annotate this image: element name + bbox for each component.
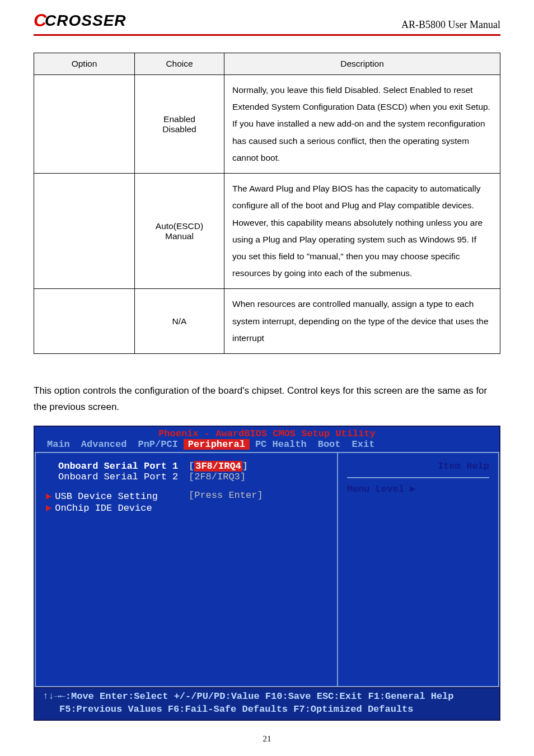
- bios-item-ide[interactable]: ▶OnChip IDE Device: [46, 502, 337, 514]
- bios-item-value: [3F8/IRQ4]: [189, 461, 248, 472]
- choice-value: Auto(ESCD): [156, 221, 203, 231]
- menu-level-label: Menu Level ▶: [347, 477, 489, 494]
- submenu-arrow-icon: ▶: [46, 491, 51, 502]
- bios-selected-value: 3F8/IRQ4: [194, 461, 242, 472]
- options-table: Option Choice Description Enabled Disabl…: [34, 53, 500, 354]
- bracket-open: [: [189, 461, 194, 472]
- cell-option: [34, 174, 135, 289]
- cell-choice: N/A: [135, 289, 224, 354]
- logo-text: CROSSER: [45, 12, 126, 30]
- bios-menu-pchealth[interactable]: PC Health: [250, 439, 312, 450]
- table-row: Enabled Disabled Normally, you leave thi…: [34, 75, 500, 174]
- table-row: N/A When resources are controlled manual…: [34, 289, 500, 354]
- bios-left-pane: Onboard Serial Port 1 [3F8/IRQ4] Onboard…: [35, 452, 337, 687]
- bios-item-usb[interactable]: ▶USB Device Setting [Press Enter]: [46, 490, 337, 502]
- bios-item-label: Onboard Serial Port 2: [46, 472, 189, 482]
- bracket-close: ]: [242, 461, 248, 472]
- cell-description: The Award Plug and Play BIOS has the cap…: [224, 174, 500, 289]
- col-choice: Choice: [135, 53, 224, 75]
- bios-menu-main[interactable]: Main: [41, 439, 76, 450]
- bios-item-serial2[interactable]: Onboard Serial Port 2 [2F8/IRQ3]: [46, 472, 337, 482]
- cell-option: [34, 289, 135, 354]
- bios-footer-line2: F5:Previous Values F6:Fail-Safe Defaults…: [43, 703, 491, 716]
- bios-menu-advanced[interactable]: Advanced: [76, 439, 133, 450]
- bios-menu-boot[interactable]: Boot: [312, 439, 346, 450]
- item-help-label: Item Help: [347, 461, 489, 472]
- page-number: 21: [34, 734, 500, 744]
- document-title: AR-B5800 User Manual: [401, 19, 500, 31]
- bios-item-label: OnChip IDE Device: [55, 503, 152, 514]
- cell-choice: Enabled Disabled: [135, 75, 224, 174]
- col-description: Description: [224, 53, 500, 75]
- bios-screenshot: Phoenix - AwardBIOS CMOS Setup Utility M…: [34, 426, 500, 721]
- cell-choice: Auto(ESCD) Manual: [135, 174, 224, 289]
- choice-value: Disabled: [162, 124, 196, 134]
- bios-item-serial1[interactable]: Onboard Serial Port 1 [3F8/IRQ4]: [46, 461, 337, 472]
- logo: C CROSSER: [34, 10, 127, 31]
- col-option: Option: [34, 53, 135, 75]
- cell-description: Normally, you leave this field Disabled.…: [224, 75, 500, 174]
- bios-item-label: USB Device Setting: [55, 491, 158, 502]
- choice-value: N/A: [172, 316, 187, 326]
- bios-help-pane: Item Help Menu Level ▶: [337, 452, 499, 687]
- cell-description: When resources are controlled manually, …: [224, 289, 500, 354]
- choice-value: Manual: [165, 231, 194, 241]
- submenu-arrow-icon: ▶: [46, 503, 51, 514]
- bios-footer: ↑↓→←:Move Enter:Select +/-/PU/PD:Value F…: [35, 687, 499, 720]
- bios-menu-exit[interactable]: Exit: [346, 439, 381, 450]
- bios-item-label: Onboard Serial Port 1: [46, 461, 189, 472]
- bios-menu-pnppci[interactable]: PnP/PCI: [132, 439, 183, 450]
- page-header: C CROSSER AR-B5800 User Manual: [0, 0, 534, 31]
- bios-title: Phoenix - AwardBIOS CMOS Setup Utility: [35, 427, 499, 439]
- table-header-row: Option Choice Description: [34, 53, 500, 75]
- bios-menu-peripheral[interactable]: Peripheral: [184, 439, 250, 450]
- choice-value: Enabled: [163, 114, 195, 124]
- bios-item-value: [2F8/IRQ3]: [189, 472, 246, 482]
- cell-option: [34, 75, 135, 174]
- section-paragraph: This option controls the configuration o…: [34, 383, 500, 416]
- bios-menu-bar: Main Advanced PnP/PCI Peripheral PC Heal…: [35, 439, 499, 452]
- bios-item-value: [Press Enter]: [189, 490, 263, 502]
- bios-footer-line1: ↑↓→←:Move Enter:Select +/-/PU/PD:Value F…: [43, 690, 491, 703]
- table-row: Auto(ESCD) Manual The Award Plug and Pla…: [34, 174, 500, 289]
